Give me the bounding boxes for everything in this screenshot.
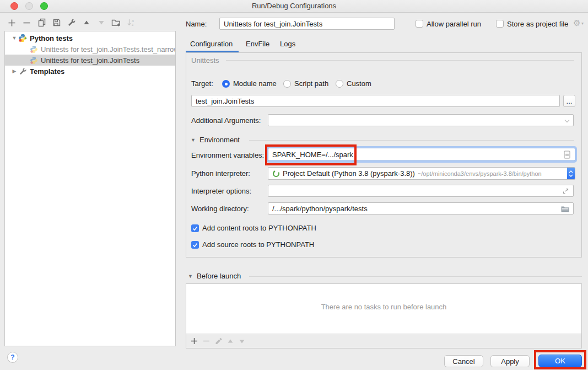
sort-alphabetically-icon[interactable]: az — [126, 18, 136, 28]
tab-logs[interactable]: Logs — [280, 40, 295, 48]
expanded-triangle-icon[interactable]: ▼ — [10, 35, 18, 41]
run-debug-configurations-dialog: Run/Debug Configurations az ▼ Python tes — [0, 0, 588, 370]
folder-icon[interactable] — [561, 206, 569, 212]
name-label: Name: — [186, 20, 207, 28]
tree-item-label: Python tests — [30, 34, 73, 42]
environment-variables-value: SPARK_HOME=/.../spark — [272, 151, 353, 159]
unittests-group-title: Unittests — [191, 56, 219, 65]
before-launch-triangle-icon[interactable]: ▼ — [188, 274, 193, 279]
collapsed-triangle-icon[interactable]: ▶ — [10, 68, 18, 74]
target-label: Target: — [191, 79, 213, 88]
add-source-roots-checkbox[interactable] — [191, 241, 199, 249]
working-directory-value: /.../spark/python/pyspark/tests — [272, 205, 368, 213]
name-input[interactable]: Unittests for test_join.JoinTests — [219, 18, 395, 30]
store-as-project-file-label: Store as project file — [507, 20, 568, 28]
tab-envfile[interactable]: EnvFile — [246, 40, 269, 48]
window-title: Run/Debug Configurations — [0, 2, 588, 10]
tree-item-label: Templates — [30, 67, 64, 76]
radio-custom-label[interactable]: Custom — [347, 79, 371, 88]
tree-item-jointests-selected[interactable]: Unittests for test_join.JoinTests — [5, 55, 175, 66]
add-source-roots-label: Add source roots to PYTHONPATH — [202, 240, 314, 249]
gear-dropdown-arrow-icon[interactable]: ▾ — [581, 21, 584, 26]
help-button[interactable]: ? — [7, 352, 18, 363]
ok-button[interactable]: OK — [538, 355, 582, 367]
expand-chevron-icon[interactable] — [564, 119, 570, 123]
python-interpreter-value: Project Default (Python 3.8 (pyspark-3.8… — [283, 169, 415, 178]
copy-icon[interactable] — [37, 18, 46, 28]
allow-parallel-run-label: Allow parallel run — [427, 20, 481, 28]
add-task-icon[interactable] — [191, 337, 198, 345]
radio-script-path[interactable] — [283, 80, 291, 88]
browse-button[interactable]: ... — [563, 95, 575, 107]
tree-item-label: Unittests for test_join.JoinTests.test_n… — [41, 45, 175, 53]
title-bar: Run/Debug Configurations — [0, 0, 588, 13]
section-divider — [249, 140, 574, 141]
working-directory-input[interactable]: /.../spark/python/pyspark/tests — [268, 202, 574, 215]
section-divider — [249, 276, 582, 277]
add-icon[interactable] — [7, 18, 17, 28]
module-name-input[interactable]: test_join.JoinTests — [191, 95, 560, 107]
python-interpreter-path: ~/opt/miniconda3/envs/pyspark-3.8/bin/py… — [418, 170, 542, 177]
cancel-button[interactable]: Cancel — [444, 355, 483, 367]
interpreter-options-input[interactable] — [268, 185, 574, 197]
python-interpreter-label: Python interpreter: — [191, 169, 250, 178]
tree-item-templates[interactable]: ▶ Templates — [5, 66, 175, 77]
allow-parallel-run-checkbox[interactable] — [416, 20, 423, 28]
tree-item-python-tests[interactable]: ▼ Python tests — [5, 33, 175, 44]
svg-text:z: z — [132, 23, 134, 26]
python-test-config-icon — [29, 56, 38, 65]
radio-custom[interactable] — [336, 80, 343, 88]
configurations-tree: ▼ Python tests Unittests for test_join.J… — [4, 31, 176, 346]
add-content-roots-label: Add content roots to PYTHONPATH — [202, 224, 316, 232]
environment-variables-label: Environment variables: — [191, 151, 264, 159]
interpreter-options-label: Interpreter options: — [191, 187, 251, 195]
before-launch-panel: There are no tasks to run before launch — [186, 283, 582, 348]
gear-icon[interactable]: ⚙ — [573, 18, 580, 28]
move-up-icon[interactable] — [82, 18, 91, 28]
configurations-toolbar: az — [7, 17, 136, 28]
radio-script-path-label[interactable]: Script path — [294, 79, 328, 88]
additional-arguments-label: Additional Arguments: — [191, 116, 261, 125]
edit-defaults-wrench-icon[interactable] — [67, 18, 76, 28]
tree-item-test-narrow[interactable]: Unittests for test_join.JoinTests.test_n… — [5, 44, 175, 55]
tree-item-label: Unittests for test_join.JoinTests — [41, 56, 139, 65]
move-task-up-icon[interactable] — [227, 339, 234, 344]
conda-environment-icon — [272, 170, 280, 178]
move-down-icon[interactable] — [96, 18, 106, 28]
python-interpreter-combobox[interactable]: Project Default (Python 3.8 (pyspark-3.8… — [268, 167, 575, 180]
browse-env-vars-list-icon[interactable] — [564, 151, 570, 159]
add-content-roots-checkbox[interactable] — [191, 224, 199, 232]
combobox-stepper[interactable] — [567, 167, 575, 180]
new-folder-icon[interactable] — [111, 18, 121, 28]
templates-wrench-icon — [18, 67, 27, 76]
radio-module-name-label[interactable]: Module name — [233, 79, 277, 88]
expand-field-icon[interactable] — [562, 187, 569, 195]
environment-section-label[interactable]: Environment — [199, 136, 240, 144]
remove-icon[interactable] — [22, 18, 31, 28]
remove-task-icon[interactable] — [203, 337, 210, 345]
tab-configuration[interactable]: Configuration — [190, 40, 233, 48]
move-task-down-icon[interactable] — [239, 339, 245, 344]
radio-module-name[interactable] — [222, 80, 230, 88]
working-directory-label: Working directory: — [191, 205, 249, 213]
store-as-project-file-checkbox[interactable] — [496, 20, 504, 28]
before-launch-toolbar — [186, 334, 581, 348]
before-launch-empty-message: There are no tasks to run before launch — [186, 303, 581, 311]
save-icon[interactable] — [52, 18, 61, 28]
svg-text:a: a — [132, 19, 134, 23]
before-launch-section-label[interactable]: Before launch — [197, 272, 241, 280]
group-divider — [226, 60, 574, 61]
apply-button[interactable]: Apply — [490, 355, 530, 367]
additional-arguments-input[interactable] — [268, 114, 574, 126]
environment-variables-input[interactable]: SPARK_HOME=/.../spark — [268, 148, 575, 161]
edit-task-pencil-icon[interactable] — [215, 337, 222, 345]
python-test-config-icon — [29, 45, 38, 53]
python-tests-icon — [18, 34, 27, 42]
environment-section-triangle-icon[interactable]: ▼ — [191, 137, 196, 143]
